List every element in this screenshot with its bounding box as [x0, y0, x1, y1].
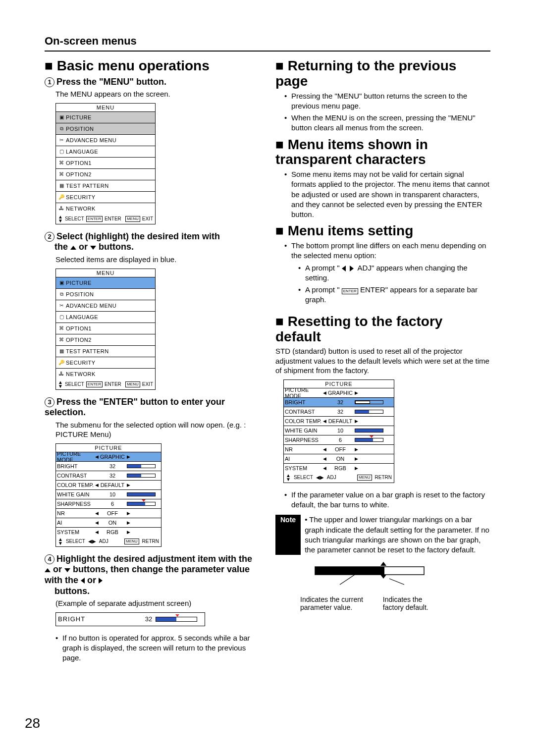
picture-row: SYSTEM◀RGB▶ — [284, 464, 394, 473]
right-h2: ■ Menu items shown in transparent charac… — [275, 137, 490, 168]
note-text: The upper and lower triangular markings … — [305, 515, 490, 555]
r-h1-b1: Pressing the "MENU" button returns the s… — [284, 91, 490, 111]
menu-item: ✂ADVANCED MENU — [56, 300, 155, 312]
svg-line-4 — [340, 575, 355, 585]
menu-icon: ⌘ — [57, 325, 66, 331]
picture-row: NR◀OFF▶ — [284, 445, 394, 454]
menu-icon: ⧉ — [57, 126, 66, 132]
step2-title: 2Select (highlight) the desired item wit… — [45, 231, 260, 253]
picture-row: WHITE GAIN10 — [56, 490, 161, 499]
menu-item: ▦TEST PATTERN — [56, 180, 155, 192]
menu-icon: 🔑 — [57, 360, 66, 365]
picture-row: COLOR TEMP.◀DEFAULT▶ — [56, 481, 161, 490]
arrow-left-icon — [342, 266, 346, 271]
menu-icon: ▢ — [57, 149, 66, 154]
osd-menu-2: MENU ▣PICTURE⧉POSITION✂ADVANCED MENU▢LAN… — [55, 269, 156, 390]
note-badge: Note — [275, 515, 301, 555]
right-h3: ■ Menu items setting — [275, 223, 490, 239]
picture-row: CONTRAST32 — [284, 407, 394, 417]
menu-item: ▢LANGUAGE — [56, 146, 155, 158]
picture-row: SYSTEM◀RGB▶ — [56, 528, 161, 537]
menu-item: ⌘OPTION2 — [56, 334, 155, 346]
r-h2-b1: Some menu items may not be valid for cer… — [284, 169, 490, 219]
menu-icon: ▣ — [57, 280, 66, 285]
menu-item: 🖧NETWORK — [56, 369, 155, 379]
menu-icon: ▣ — [57, 114, 66, 120]
r-h1-b2: When the MENU is on the screen, pressing… — [284, 113, 490, 133]
menu-icon: 🔑 — [57, 194, 66, 200]
menu-item: ▣PICTURE — [56, 277, 155, 289]
menu-item: 🔑SECURITY — [56, 192, 155, 203]
section-title: On-screen menus — [45, 35, 490, 52]
right-h1: ■ Returning to the previous page — [275, 58, 490, 89]
svg-marker-3 — [380, 575, 386, 579]
r-h4-body: STD (standard) button is used to reset a… — [275, 346, 490, 376]
enter-tag-icon: ENTER — [342, 288, 358, 294]
arrow-left-icon — [81, 578, 85, 584]
picture-row: SHARPNESS6 — [284, 435, 394, 445]
arrow-right-icon — [99, 578, 103, 584]
page-number: 28 — [25, 715, 40, 731]
menu-icon: 🖧 — [57, 371, 66, 377]
menu-item: ⌘OPTION1 — [56, 158, 155, 169]
menu-item: ⌘OPTION2 — [56, 169, 155, 180]
step1-title: 1Press the "MENU" button. — [45, 77, 260, 88]
menu-item: ▦TEST PATTERN — [56, 346, 155, 357]
picture-menu-right: PICTURE PICTURE MODE◀GRAPHIC▶BRIGHT32CON… — [283, 379, 394, 483]
arrow-up-icon — [70, 246, 76, 250]
step4-title: 4Highlight the desired adjustment item w… — [45, 554, 260, 596]
menu-icon: ▦ — [57, 183, 66, 188]
bar-diagram: Indicates the currentparameter value. In… — [300, 562, 439, 611]
arrow-down-icon — [64, 568, 70, 572]
left-heading: ■ Basic menu operations — [45, 58, 260, 74]
menu-item: ⌘OPTION1 — [56, 323, 155, 334]
picture-menu-left: PICTURE PICTURE MODE◀GRAPHIC▶BRIGHT32CON… — [55, 443, 161, 547]
arrow-right-icon — [350, 266, 354, 271]
picture-row: AI◀ON▶ — [284, 454, 394, 464]
separate-adjust-bar: BRIGHT 32 — [55, 612, 205, 626]
step4-caption: (Example of separate adjustment screen) — [55, 598, 260, 608]
svg-marker-0 — [380, 562, 386, 566]
svg-line-5 — [389, 579, 404, 585]
menu-item: ⧉POSITION — [56, 123, 155, 135]
menu-icon: ⧉ — [57, 291, 66, 297]
picture-row: SHARPNESS6 — [56, 499, 161, 509]
picture-row: BRIGHT32 — [56, 462, 161, 471]
osd-menu-1: MENU ▣PICTURE⧉POSITION✂ADVANCED MENU▢LAN… — [55, 103, 156, 224]
left-footnote: If no button is operated for approx. 5 s… — [55, 633, 260, 663]
picture-row: CONTRAST32 — [56, 471, 161, 481]
picture-row: WHITE GAIN10 — [284, 426, 394, 435]
r-h4-b1: If the parameter value on a bar graph is… — [284, 490, 490, 510]
menu-item: ▢LANGUAGE — [56, 312, 155, 323]
menu-icon: ▢ — [57, 314, 66, 320]
menu-item: ⧉POSITION — [56, 289, 155, 300]
picture-row: AI◀ON▶ — [56, 518, 161, 528]
picture-row: PICTURE MODE◀GRAPHIC▶ — [56, 452, 161, 462]
svg-rect-2 — [315, 567, 384, 575]
step2-body: Selected items are displayed in blue. — [55, 255, 260, 265]
menu-item: 🖧NETWORK — [56, 203, 155, 214]
menu-icon: ⌘ — [57, 160, 66, 165]
menu-icon: ▦ — [57, 348, 66, 354]
step3-body: The submenu for the selected option will… — [55, 420, 260, 439]
menu-icon: ⌘ — [57, 171, 66, 177]
menu-icon: ✂ — [57, 137, 66, 143]
picture-row: PICTURE MODE◀GRAPHIC▶ — [284, 388, 394, 398]
menu-icon: ✂ — [57, 303, 66, 308]
picture-row: BRIGHT32 — [284, 398, 394, 407]
picture-row: COLOR TEMP.◀DEFAULT▶ — [284, 417, 394, 426]
arrow-down-icon — [90, 246, 96, 250]
step3-title: 3Press the "ENTER" button to enter your … — [45, 397, 260, 418]
picture-row: NR◀OFF▶ — [56, 509, 161, 518]
right-h4: ■ Resetting to the factory default — [275, 314, 490, 345]
menu-icon: ⌘ — [57, 337, 66, 342]
menu-item: 🔑SECURITY — [56, 357, 155, 369]
step1-body: The MENU appears on the screen. — [55, 89, 260, 99]
menu-item: ✂ADVANCED MENU — [56, 135, 155, 146]
arrow-up-icon — [45, 568, 51, 572]
r-h3-b1: The bottom prompt line differs on each m… — [284, 241, 490, 305]
menu-item: ▣PICTURE — [56, 112, 155, 123]
menu-icon: 🖧 — [57, 206, 66, 211]
